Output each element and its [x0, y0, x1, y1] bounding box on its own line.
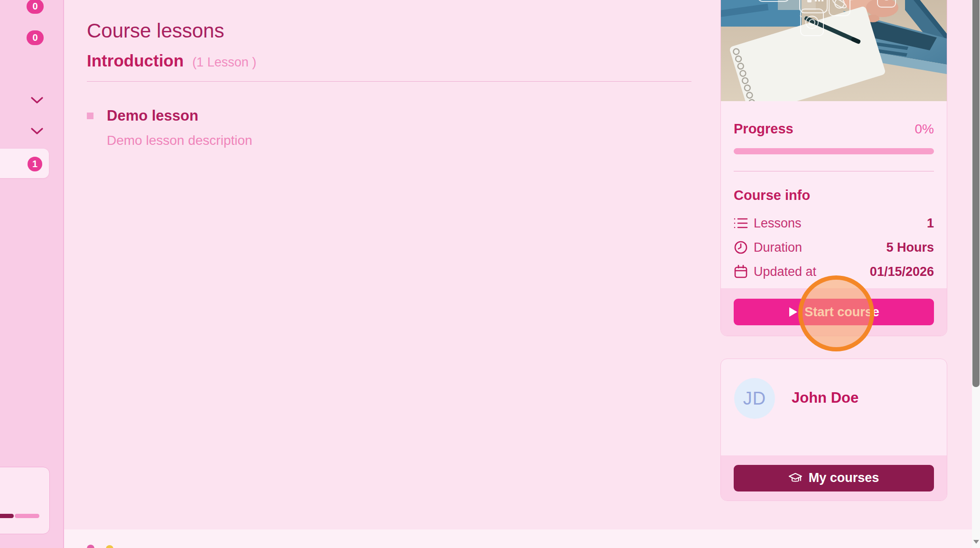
progress-percent: 0% — [915, 122, 934, 137]
course-card-footer: Start course — [721, 288, 947, 336]
course-info-title: Course info — [734, 188, 934, 203]
page-title: Course lessons — [87, 19, 224, 42]
info-label: Updated at — [754, 265, 870, 279]
section-header: Introduction (1 Lesson ) — [87, 51, 256, 70]
info-row-duration: Duration 5 Hours — [734, 240, 934, 255]
play-icon — [788, 307, 798, 317]
profile-card: JD John Doe My courses — [720, 359, 947, 501]
progress-label: Progress — [734, 121, 793, 137]
avatar: JD — [734, 378, 775, 419]
profile-card-footer: My courses — [721, 455, 947, 501]
course-card-body: Progress 0% Course info Lessons — [721, 101, 947, 279]
sidebar-selected-badge: 1 — [28, 157, 42, 171]
mini-progress-filled — [0, 514, 14, 518]
course-cover-image — [721, 0, 947, 101]
profile-name: John Doe — [792, 389, 859, 406]
course-page: 0 0 1 Course lessons Introduction (1 Les… — [0, 0, 980, 548]
chevron-down-icon[interactable] — [30, 96, 44, 104]
mini-progress-track — [15, 514, 39, 518]
sidebar: 0 0 1 — [0, 0, 64, 548]
graduation-cap-icon — [789, 472, 802, 484]
page-footer — [64, 529, 972, 548]
lesson-description: Demo lesson description — [107, 133, 252, 148]
course-info-card: Progress 0% Course info Lessons — [720, 0, 947, 336]
section-lesson-count: (1 Lesson ) — [192, 55, 256, 70]
vertical-scrollbar[interactable] — [972, 0, 980, 548]
scrollbar-thumb[interactable] — [972, 0, 980, 387]
info-label: Lessons — [754, 216, 927, 231]
lesson-title[interactable]: Demo lesson — [107, 107, 198, 124]
info-label: Duration — [754, 240, 886, 255]
lesson-bullet-icon — [87, 113, 93, 119]
card-divider — [734, 171, 934, 171]
chevron-down-icon[interactable] — [30, 127, 44, 135]
my-courses-button[interactable]: My courses — [734, 465, 934, 491]
section-title: Introduction — [87, 51, 184, 70]
info-value: 5 Hours — [886, 240, 934, 255]
clock-icon — [734, 240, 749, 255]
sidebar-badge-count-2: 0 — [27, 30, 44, 45]
info-value: 01/15/2026 — [870, 265, 934, 279]
scrollbar-down-arrow-icon[interactable] — [973, 540, 979, 544]
info-row-lessons: Lessons 1 — [734, 216, 934, 231]
sidebar-badge-count-1: 0 — [27, 0, 44, 14]
list-icon — [734, 217, 749, 229]
progress-bar — [734, 148, 934, 154]
sidebar-mini-card[interactable] — [0, 467, 50, 534]
calendar-icon — [734, 265, 749, 279]
info-row-updated: Updated at 01/15/2026 — [734, 264, 934, 279]
sidebar-mini-progress — [0, 514, 39, 518]
start-course-button[interactable]: Start course — [734, 299, 934, 325]
start-course-label: Start course — [804, 305, 879, 320]
info-value: 1 — [927, 216, 934, 231]
my-courses-label: My courses — [809, 471, 879, 485]
section-divider — [87, 81, 691, 82]
